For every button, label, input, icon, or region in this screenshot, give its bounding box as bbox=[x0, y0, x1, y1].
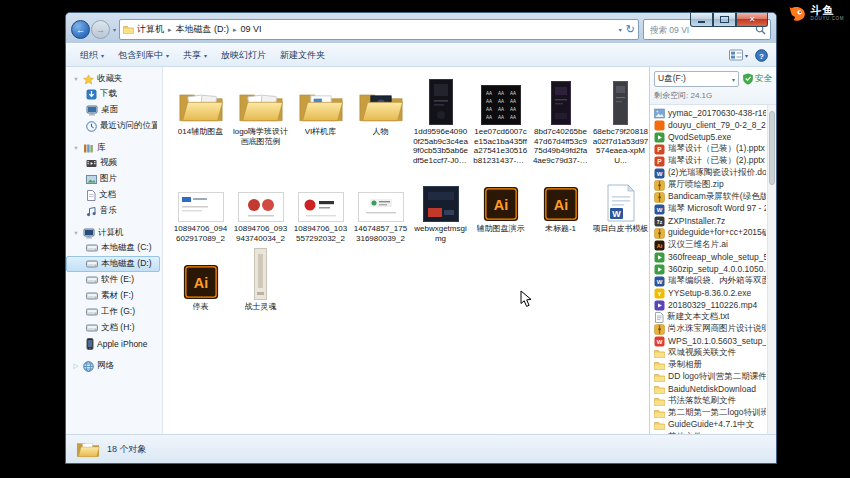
sidebar-item-music[interactable]: 音乐 bbox=[66, 203, 160, 219]
usb-file-row[interactable]: 展厅喷绘图.zip bbox=[650, 179, 776, 191]
sidebar-group-network[interactable]: ▷网络 bbox=[66, 359, 162, 373]
file-item[interactable]: 68ebc79f20818a02f7d1a53d97574eaea-xpMU..… bbox=[591, 75, 649, 165]
file-area[interactable]: 014辅助图盘 logo嗨学班设计画底图范例 VI样机库 人物1dd9596e4… bbox=[163, 67, 649, 434]
usb-file-row[interactable]: WWPS_10.1.0.5603_setup_1468... bbox=[650, 335, 776, 347]
panel-scrollbar[interactable] bbox=[767, 105, 776, 434]
usb-file-row[interactable]: YYYSetup-8.36.0.2.exe bbox=[650, 287, 776, 299]
sidebar-group-libraries[interactable]: ▾库 bbox=[66, 141, 162, 155]
minimize-button[interactable] bbox=[690, 13, 713, 27]
usb-file-row[interactable]: 360zip_setup_4.0.0.1050.exe bbox=[650, 263, 776, 275]
toolbar-slideshow[interactable]: 放映幻灯片 bbox=[215, 46, 272, 65]
breadcrumb-arrow-icon[interactable]: ▸ bbox=[167, 26, 173, 33]
usb-file-row[interactable]: W(2)光瑞琢陶瓷设计报价.docx bbox=[650, 167, 776, 179]
exe-green-file-icon bbox=[654, 252, 665, 263]
usb-file-row[interactable]: 其他文件 bbox=[650, 431, 776, 434]
toolbar-include-in-library[interactable]: 包含到库中▾ bbox=[112, 46, 175, 65]
file-item[interactable]: webwxgetmsgimg bbox=[411, 172, 470, 243]
file-item[interactable]: 人物 bbox=[351, 75, 410, 165]
usb-file-row[interactable]: W瑞琴 Microsoft Word 97 - 20... bbox=[650, 203, 776, 215]
usb-file-row[interactable]: 第二期第一第二logo特训班素材... bbox=[650, 407, 776, 419]
sidebar-item-disk-d[interactable]: 本地磁盘 (D:) bbox=[66, 256, 160, 272]
address-history-dropdown-icon[interactable]: ▾ bbox=[619, 26, 622, 33]
usb-file-row[interactable]: Ai汉仪三维名片.ai bbox=[650, 239, 776, 251]
address-bar[interactable]: 计算机▸本地磁盘 (D:)▸09 VI ▾ ↻ bbox=[119, 19, 639, 40]
sidebar-item-recent-places[interactable]: 最近访问的位置 bbox=[66, 118, 160, 134]
usb-file-row[interactable]: yymac_20170630-438-r1670... bbox=[650, 107, 776, 119]
usb-file-row[interactable]: BaiduNetdiskDownload bbox=[650, 383, 776, 395]
usb-file-row[interactable]: QvodSetup5.exe bbox=[650, 131, 776, 143]
usb-file-row[interactable]: guideguide+for+cc+2015破解... bbox=[650, 227, 776, 239]
sidebar-group-favorites[interactable]: ▾收藏夹 bbox=[66, 72, 162, 86]
file-item[interactable]: AAAAAAAAAAAAAAAAAAAAAAAA1ee07cd6007ce15a… bbox=[471, 75, 530, 165]
usb-file-row[interactable]: W瑞琴编织袋、内外箱等双面双... bbox=[650, 275, 776, 287]
poster-grid-icon: AAAAAAAAAAAAAAAAAAAAAAAA bbox=[481, 75, 521, 125]
file-item[interactable]: Ai辅助图盘演示 bbox=[471, 172, 530, 243]
maximize-button[interactable] bbox=[713, 13, 736, 27]
usb-file-row[interactable]: Bandicam录屏软件(绿色版).zip bbox=[650, 191, 776, 203]
collapse-arrow-icon[interactable]: ▾ bbox=[72, 229, 80, 237]
help-button[interactable]: ? bbox=[755, 49, 768, 62]
sidebar-item-disk-e[interactable]: 软件 (E:) bbox=[66, 272, 160, 288]
collapse-arrow-icon[interactable]: ▾ bbox=[72, 75, 80, 83]
usb-file-row[interactable]: 新建文本文档.txt bbox=[650, 311, 776, 323]
file-item[interactable]: 10894706_094602917089_2 bbox=[171, 172, 230, 243]
file-item[interactable]: Ai停表 bbox=[171, 250, 230, 312]
usb-file-row[interactable]: P瑞琴设计（已装）(1).pptx bbox=[650, 143, 776, 155]
file-item[interactable]: logo嗨学班设计画底图范例 bbox=[231, 75, 290, 165]
toolbar-label: 新建文件夹 bbox=[280, 49, 325, 62]
file-item[interactable]: VI样机库 bbox=[291, 75, 350, 165]
usb-file-row[interactable]: 录制相册 bbox=[650, 359, 776, 371]
collapse-arrow-icon[interactable]: ▾ bbox=[72, 144, 80, 152]
usb-file-row[interactable]: 书法落款笔刷文件 bbox=[650, 395, 776, 407]
breadcrumb-segment[interactable]: 09 VI bbox=[238, 24, 265, 34]
sidebar-item-disk-f[interactable]: 素材 (F:) bbox=[66, 288, 160, 304]
sidebar-item-apple-iphone[interactable]: Apple iPhone bbox=[66, 336, 160, 352]
usb-file-row[interactable]: 20180329_110226.mp4 bbox=[650, 299, 776, 311]
toolbar-share[interactable]: 共享▾ bbox=[177, 46, 213, 65]
usb-file-row[interactable]: douyu_client_79_0-2_8_2.exe bbox=[650, 119, 776, 131]
sidebar-item-pictures[interactable]: 图片 bbox=[66, 171, 160, 187]
close-button[interactable]: ✕ bbox=[736, 13, 768, 27]
usb-file-row[interactable]: 双城视频关联文件 bbox=[650, 347, 776, 359]
usb-file-row[interactable]: 7zZXPInstaller.7z bbox=[650, 215, 776, 227]
breadcrumb-segment[interactable]: 本地磁盘 (D:) bbox=[173, 24, 233, 34]
sidebar-item-downloads[interactable]: 下载 bbox=[66, 86, 160, 102]
sidebar-item-documents[interactable]: 文档 bbox=[66, 187, 160, 203]
file-item[interactable]: W项目白皮书模板 bbox=[591, 172, 649, 243]
sidebar-group-computer[interactable]: ▾计算机 bbox=[66, 226, 162, 240]
file-item[interactable]: 1dd9596e40900f25ab9c3c4ea9f0cb53b5ab6edf… bbox=[411, 75, 470, 165]
refresh-button[interactable]: ↻ bbox=[626, 24, 635, 35]
drive-selector[interactable]: U盘(F:) ▾ bbox=[654, 71, 739, 87]
drive-icon bbox=[86, 291, 98, 301]
recent-pages-dropdown-icon[interactable]: ▾ bbox=[110, 26, 119, 33]
sidebar-item-disk-g[interactable]: 工作 (G:) bbox=[66, 304, 160, 320]
file-item[interactable]: 8bd7c40265be47d67d4ff53c975d49b49fd2fa4a… bbox=[531, 75, 590, 165]
forward-button[interactable]: → bbox=[91, 20, 110, 39]
file-item[interactable]: 014辅助图盘 bbox=[171, 75, 230, 165]
sidebar-item-disk-c[interactable]: 本地磁盘 (C:) bbox=[66, 240, 160, 256]
toolbar-new-folder[interactable]: 新建文件夹 bbox=[274, 46, 331, 65]
sidebar-item-disk-h[interactable]: 文档 (H:) bbox=[66, 320, 160, 336]
folder-docs-icon bbox=[238, 75, 284, 125]
usb-file-row[interactable]: 尚水珠宝网商图片设计说明.zip bbox=[650, 323, 776, 335]
file-item[interactable]: 10894706_103557292032_2 bbox=[291, 172, 350, 243]
expand-arrow-icon[interactable]: ▷ bbox=[72, 362, 80, 370]
usb-file-row[interactable]: DD logo特训营第二期课件文件 bbox=[650, 371, 776, 383]
file-item[interactable]: 10894706_093943740034_2 bbox=[231, 172, 290, 243]
sidebar-item-desktop[interactable]: 桌面 bbox=[66, 102, 160, 118]
usb-file-row[interactable]: 360freeap_whole_setup_5.3.0... bbox=[650, 251, 776, 263]
file-item[interactable]: Ai未标题-1 bbox=[531, 172, 590, 243]
back-button[interactable]: ← bbox=[71, 20, 90, 39]
toolbar-organize[interactable]: 组织▾ bbox=[74, 46, 110, 65]
usb-file-name: BaiduNetdiskDownload bbox=[668, 384, 756, 394]
change-view-button[interactable]: ▾ bbox=[729, 49, 748, 61]
breadcrumb-arrow-icon[interactable]: ▸ bbox=[232, 26, 238, 33]
file-item[interactable]: 14674857_175316980039_2 bbox=[351, 172, 410, 243]
usb-file-row[interactable]: GuideGuide+4.7.1中文 bbox=[650, 419, 776, 431]
file-item[interactable]: 战士灵魂 bbox=[231, 250, 290, 312]
usb-file-row[interactable]: P瑞琴设计（已装）(2).pptx bbox=[650, 155, 776, 167]
panel-scrollbar-thumb[interactable] bbox=[769, 111, 775, 185]
breadcrumb-segment[interactable]: 计算机 bbox=[134, 24, 167, 34]
sidebar-item-videos[interactable]: 视频 bbox=[66, 155, 160, 171]
exe-green-file-icon bbox=[654, 132, 665, 143]
